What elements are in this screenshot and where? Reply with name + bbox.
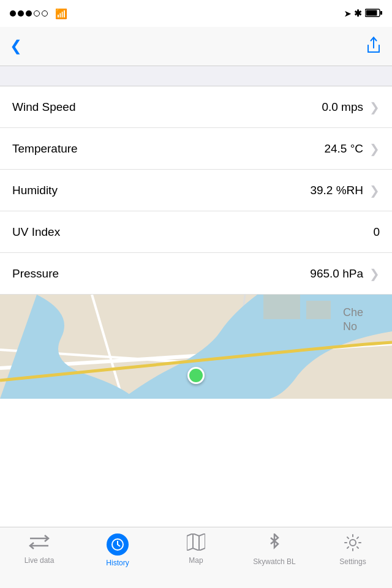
tab-label: Settings <box>339 557 366 566</box>
map-area[interactable]: Che No <box>0 295 392 399</box>
share-button[interactable] <box>365 35 382 58</box>
map-icon <box>187 533 205 553</box>
clock-icon <box>107 533 129 556</box>
data-right: 0.0 mps ❯ <box>322 100 380 115</box>
data-row[interactable]: Humidity 39.2 %RH ❯ <box>0 170 392 211</box>
tab-label: Live data <box>24 556 55 565</box>
back-button[interactable]: ❮ <box>10 40 24 53</box>
signal-indicator <box>10 10 48 17</box>
svg-rect-1 <box>366 10 377 15</box>
tab-item-map[interactable]: Map <box>157 533 235 565</box>
tab-bar: Live data History Map Skywatch BL Settin… <box>0 527 392 588</box>
bluetooth-icon: ✱ <box>354 8 362 19</box>
svg-rect-9 <box>263 295 300 319</box>
data-row[interactable]: Temperature 24.5 °C ❯ <box>0 128 392 170</box>
location-icon: ➤ <box>344 9 351 18</box>
data-right: 965.0 hPa ❯ <box>310 266 380 281</box>
nav-bar: ❮ <box>0 27 392 66</box>
svg-text:No: No <box>343 320 357 333</box>
chevron-right-icon: ❯ <box>369 100 380 115</box>
svg-rect-2 <box>380 11 382 15</box>
status-left: 📶 <box>10 8 67 20</box>
data-row[interactable]: Pressure 965.0 hPa ❯ <box>0 253 392 295</box>
data-row[interactable]: Wind Speed 0.0 mps ❯ <box>0 86 392 128</box>
wifi-icon: 📶 <box>55 8 67 20</box>
data-value: 39.2 %RH <box>310 184 363 197</box>
data-right: 0 <box>373 225 380 239</box>
section-header <box>0 66 392 86</box>
data-right: 39.2 %RH ❯ <box>310 183 380 198</box>
data-label: Humidity <box>12 184 58 197</box>
data-right: 24.5 °C ❯ <box>324 141 380 156</box>
tab-item-live[interactable]: Live data <box>0 533 78 565</box>
data-row: UV Index 0 <box>0 211 392 253</box>
chevron-right-icon: ❯ <box>369 141 380 156</box>
tab-label: Map <box>189 556 203 565</box>
data-value: 965.0 hPa <box>310 267 363 281</box>
data-value: 0 <box>373 225 380 239</box>
data-value: 24.5 °C <box>324 142 363 156</box>
tab-item-skywatch[interactable]: Skywatch BL <box>235 533 314 566</box>
status-bar: 📶 ➤ ✱ <box>0 0 392 27</box>
data-list: Wind Speed 0.0 mps ❯ Temperature 24.5 °C… <box>0 86 392 295</box>
bluetooth-icon <box>268 533 281 554</box>
arrows-icon <box>29 533 50 553</box>
chevron-right-icon: ❯ <box>369 266 380 281</box>
data-label: Wind Speed <box>12 100 76 114</box>
gear-icon <box>344 533 362 554</box>
data-label: Pressure <box>12 267 59 281</box>
chevron-right-icon: ❯ <box>369 183 380 198</box>
tab-item-history[interactable]: History <box>78 533 157 567</box>
battery-icon <box>365 9 382 19</box>
tab-item-settings[interactable]: Settings <box>314 533 392 566</box>
map-pin <box>187 367 205 384</box>
data-value: 0.0 mps <box>322 100 363 114</box>
svg-marker-16 <box>187 533 205 551</box>
back-chevron-icon: ❮ <box>10 39 22 53</box>
svg-rect-10 <box>306 301 331 319</box>
data-label: UV Index <box>12 225 60 239</box>
status-right: ➤ ✱ <box>344 8 382 19</box>
tab-label: History <box>106 559 129 567</box>
data-label: Temperature <box>12 142 78 156</box>
tab-label: Skywatch BL <box>253 557 295 566</box>
svg-text:Che: Che <box>343 306 363 318</box>
svg-point-19 <box>350 540 356 546</box>
